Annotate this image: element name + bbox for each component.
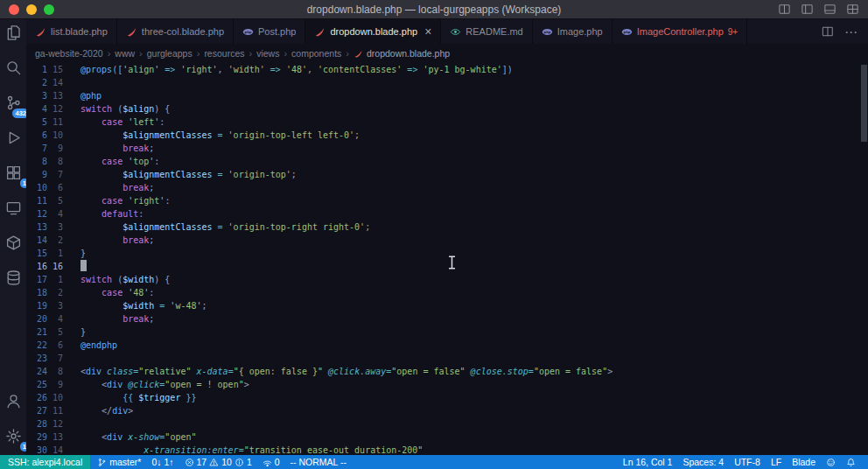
scrollbar-thumb[interactable] xyxy=(861,65,867,142)
activity-run-and-debug[interactable] xyxy=(3,129,24,150)
code-line-5[interactable]: 511 case 'left': xyxy=(26,116,868,129)
activity-bar: 4321 1 xyxy=(0,19,26,455)
line-number-absolute: 22 xyxy=(26,339,47,352)
code-line-11[interactable]: 115 case 'right': xyxy=(26,194,868,207)
code-line-21[interactable]: 215} xyxy=(26,326,868,339)
status-label: -- NORMAL -- xyxy=(290,457,346,467)
line-number-relative: 3 xyxy=(47,220,63,234)
zoom-window-button[interactable] xyxy=(44,4,54,15)
status-problems[interactable]: 17101 xyxy=(179,455,257,469)
code-line-29[interactable]: 2913 <div x-show="open" xyxy=(26,430,868,444)
code-line-25[interactable]: 259 <div @click="open = ! open"> xyxy=(26,378,868,391)
breadcrumb-item-www[interactable]: www xyxy=(115,48,135,59)
activity-database[interactable] xyxy=(3,269,24,290)
code-line-14[interactable]: 142 break; xyxy=(26,234,868,247)
tab-image-php[interactable]: phpImage.php xyxy=(533,19,612,44)
more-actions-icon[interactable]: ⋯ xyxy=(844,28,858,36)
status-vim-mode[interactable]: -- NORMAL -- xyxy=(285,455,352,469)
layout-columns-icon[interactable] xyxy=(778,3,791,16)
activity-source-control[interactable]: 432 xyxy=(3,94,24,115)
line-number-relative: 5 xyxy=(47,326,63,339)
status-feedback[interactable] xyxy=(821,455,841,469)
code-line-27[interactable]: 2711 </div> xyxy=(26,404,868,417)
layout-panel-icon[interactable] xyxy=(823,3,836,16)
status-label: Spaces: 4 xyxy=(682,457,724,467)
activity-search[interactable] xyxy=(3,59,24,80)
code-line-12[interactable]: 124 default: xyxy=(26,207,868,220)
activity-remote-explorer[interactable] xyxy=(3,199,24,220)
tab-readme-md[interactable]: README.md xyxy=(441,19,532,44)
code-line-7[interactable]: 79 break; xyxy=(26,142,868,155)
php-icon: php xyxy=(621,26,633,38)
status-git-branch[interactable]: master* xyxy=(92,455,146,469)
code-line-10[interactable]: 106 break; xyxy=(26,181,868,194)
remote-indicator[interactable]: SSH: alexpi4.local xyxy=(0,455,90,469)
code-line-17[interactable]: 171switch ($width) { xyxy=(26,273,868,286)
code-line-18[interactable]: 182 case '48': xyxy=(26,286,868,299)
close-icon[interactable]: × xyxy=(424,25,431,38)
line-number-relative: 13 xyxy=(47,89,63,102)
status-git-sync[interactable]: 0↓ 1↑ xyxy=(146,455,178,469)
account-icon xyxy=(5,393,22,413)
code-line-30[interactable]: 3014 x-transition:enter="transition ease… xyxy=(26,444,868,455)
code-line-16[interactable]: 1616 xyxy=(26,260,868,273)
code-line-19[interactable]: 193 $width = 'w-48'; xyxy=(26,299,868,312)
status-notifications[interactable] xyxy=(841,455,861,469)
code-line-28[interactable]: 2812 xyxy=(26,417,868,430)
code-line-24[interactable]: 248<div class="relative" x-data="{ open:… xyxy=(26,365,868,378)
files-icon xyxy=(5,24,22,45)
editor-scrollbar[interactable] xyxy=(860,63,868,455)
code-line-9[interactable]: 97 $alignmentClasses = 'origin-top'; xyxy=(26,168,868,181)
tab-imagecontroller-php[interactable]: phpImageController.php9+ xyxy=(612,19,747,44)
status-indentation[interactable]: Spaces: 4 xyxy=(677,455,729,469)
breadcrumb-separator: › xyxy=(248,48,252,59)
status-cursor-position[interactable]: Ln 16, Col 1 xyxy=(618,455,678,469)
code-line-6[interactable]: 610 $alignmentClasses = 'origin-top-left… xyxy=(26,129,868,142)
breadcrumb-item-gurgleapps[interactable]: gurgleapps xyxy=(147,48,192,59)
code-text: switch ($align) { xyxy=(80,102,170,116)
code-line-13[interactable]: 133 $alignmentClasses = 'origin-top-righ… xyxy=(26,220,868,234)
layout-sidebar-icon[interactable] xyxy=(801,3,814,16)
status-language-mode[interactable]: Blade xyxy=(787,455,821,469)
line-number-relative: 8 xyxy=(47,365,63,378)
svg-text:php: php xyxy=(623,30,630,33)
split-editor-icon[interactable] xyxy=(822,25,834,38)
code-line-22[interactable]: 226@endphp xyxy=(26,339,868,352)
tab-list-blade-php[interactable]: list.blade.php xyxy=(26,19,117,44)
extensions-icon xyxy=(5,164,22,185)
status-eol[interactable]: LF xyxy=(766,455,787,469)
code-text: <div x-show="open" xyxy=(80,430,196,444)
code-line-23[interactable]: 237 xyxy=(26,352,868,365)
code-line-15[interactable]: 151} xyxy=(26,247,868,260)
activity-manage[interactable]: 1 xyxy=(3,427,24,448)
tab-dropdown-blade-php[interactable]: dropdown.blade.php× xyxy=(305,19,441,44)
tab-post-php[interactable]: phpPost.php xyxy=(234,19,305,44)
close-window-button[interactable] xyxy=(9,4,19,15)
activity-explorer[interactable] xyxy=(3,24,24,45)
code-line-2[interactable]: 214 xyxy=(26,76,868,89)
status-ports[interactable]: 0 xyxy=(257,455,285,469)
breadcrumb-item-components[interactable]: components xyxy=(291,48,341,59)
code-line-1[interactable]: 115@props(['align' => 'right', 'width' =… xyxy=(26,63,868,76)
activity-containers[interactable] xyxy=(3,234,24,255)
code-line-26[interactable]: 2610 {{ $trigger }} xyxy=(26,391,868,404)
vscode-window: dropdown.blade.php — local-gurgpeapps (W… xyxy=(0,0,868,469)
status-encoding[interactable]: UTF-8 xyxy=(729,455,766,469)
code-text: case 'left': xyxy=(80,116,164,129)
activity-extensions[interactable]: 1 xyxy=(3,164,24,185)
breadcrumb-item-views[interactable]: views xyxy=(256,48,279,59)
code-line-4[interactable]: 412switch ($align) { xyxy=(26,102,868,116)
code-text: @php xyxy=(80,89,102,102)
layout-grid-icon[interactable] xyxy=(846,3,859,16)
minimize-window-button[interactable] xyxy=(26,4,37,15)
code-text: default: xyxy=(80,207,144,220)
tab-three-col-blade-php[interactable]: three-col.blade.php xyxy=(117,19,234,44)
breadcrumb-item-resources[interactable]: resources xyxy=(204,48,244,59)
code-line-8[interactable]: 88 case 'top': xyxy=(26,155,868,168)
activity-accounts[interactable] xyxy=(3,392,24,413)
code-line-20[interactable]: 204 break; xyxy=(26,312,868,326)
breadcrumb-item-ga-website-2020[interactable]: ga-website-2020 xyxy=(35,48,103,59)
code-text: break; xyxy=(80,312,154,326)
breadcrumb-file[interactable]: dropdown.blade.php xyxy=(354,48,450,59)
code-line-3[interactable]: 313@php xyxy=(26,89,868,102)
